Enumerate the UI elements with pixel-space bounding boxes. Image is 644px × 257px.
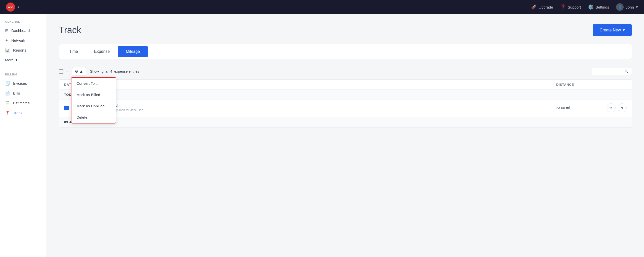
bills-icon: 📄 [5, 91, 10, 96]
network-icon: ✦ [5, 38, 8, 43]
section-today: TODAY [59, 90, 632, 100]
track-icon: 📍 [5, 110, 10, 115]
row-sub: by John for Jane Doe [114, 108, 556, 112]
main-layout: GENERAL ⊞ Dashboard ✦ Network 📊 Reports … [0, 14, 644, 257]
row-actions: ✏ 🗑 [607, 103, 627, 112]
sidebar-item-bills[interactable]: 📄 Bills [0, 88, 47, 98]
sidebar-divider [0, 69, 47, 69]
estimates-icon: 📋 [5, 101, 10, 105]
table-header: Date Distance [59, 80, 632, 90]
row-distance: 23.00 mi [556, 106, 607, 110]
search-input[interactable] [595, 69, 622, 73]
sidebar-item-dashboard[interactable]: ⊞ Dashboard [0, 26, 47, 35]
search-icon: 🔍 [624, 69, 629, 73]
sidebar-more-button[interactable]: More ▾ [0, 55, 47, 65]
dropdown-item-convert[interactable]: Convert To... [71, 78, 116, 89]
row-name: Site [114, 104, 556, 108]
select-all-checkbox[interactable] [59, 69, 63, 74]
search-box[interactable]: 🔍 [592, 68, 632, 75]
avatar: 👤 [616, 3, 624, 11]
general-section-label: GENERAL [0, 20, 47, 26]
actions-gear-button[interactable]: ⚙ ▲ [72, 67, 86, 75]
row-checkbox-checked[interactable]: ✓ [64, 106, 69, 110]
sidebar: GENERAL ⊞ Dashboard ✦ Network 📊 Reports … [0, 14, 47, 257]
top-navigation: and ▾ 🚀 Upgrade ❓ Support ⚙️ Settings 👤 … [0, 0, 644, 14]
toolbar-left: ▾ ⚙ ▲ Showing all 4 expense entries Conv… [59, 67, 139, 75]
dashboard-icon: ⊞ [5, 28, 8, 33]
create-new-button[interactable]: Create New ▾ [593, 24, 632, 36]
section-09jun: 09 JUN [59, 117, 632, 127]
logo-chevron-icon: ▾ [18, 5, 19, 9]
select-dropdown-arrow[interactable]: ▾ [64, 68, 70, 75]
settings-button[interactable]: ⚙️ Settings [588, 4, 609, 10]
top-nav-right: 🚀 Upgrade ❓ Support ⚙️ Settings 👤 John ▾ [531, 3, 638, 11]
more-chevron-icon: ▾ [16, 58, 18, 62]
status-text: Showing all 4 expense entries [90, 69, 139, 73]
sidebar-item-network[interactable]: ✦ Network [0, 35, 47, 45]
action-dropdown: Convert To... Mark as Billed Mark as Unb… [71, 77, 116, 123]
delete-button[interactable]: 🗑 [618, 103, 627, 112]
edit-button[interactable]: ✏ [607, 103, 616, 112]
rocket-icon: 🚀 [531, 4, 537, 10]
actions-gear-icon: ⚙ [75, 69, 78, 74]
page-header: Track Create New ▾ [59, 24, 632, 36]
table: Date Distance TODAY ✓ Site by John for J… [59, 79, 632, 127]
logo[interactable]: and [6, 3, 15, 12]
user-chevron-icon: ▾ [636, 5, 638, 9]
table-row: ✓ Site by John for Jane Doe 23.00 mi ✏ 🗑 [59, 100, 632, 116]
dropdown-item-mark-billed[interactable]: Mark as Billed [71, 89, 116, 100]
support-button[interactable]: ❓ Support [560, 4, 581, 10]
logo-area: and ▾ [6, 3, 19, 12]
toolbar: ▾ ⚙ ▲ Showing all 4 expense entries Conv… [59, 67, 632, 75]
tab-mileage[interactable]: Mileage [118, 46, 148, 57]
dropdown-item-mark-unbilled[interactable]: Mark as Unbilled [71, 100, 116, 112]
select-all-dropdown: ▾ [59, 68, 70, 75]
help-icon: ❓ [560, 4, 566, 10]
create-chevron-icon: ▾ [623, 28, 625, 32]
tab-expense[interactable]: Expense [86, 46, 118, 57]
actions-arrow-icon: ▲ [79, 69, 83, 74]
tabs-container: Time Expense Mileage [59, 44, 632, 59]
gear-icon: ⚙️ [588, 4, 593, 10]
main-content: Track Create New ▾ Time Expense Mileage … [47, 14, 644, 257]
col-actions [607, 83, 627, 87]
col-distance: Distance [556, 83, 607, 87]
upgrade-button[interactable]: 🚀 Upgrade [531, 4, 553, 10]
reports-icon: 📊 [5, 48, 10, 53]
col-name [114, 83, 556, 87]
sidebar-item-track[interactable]: 📍 Track [0, 108, 47, 118]
billing-section-label: BILLING [0, 73, 47, 78]
invoices-icon: 🧾 [5, 81, 10, 86]
user-menu[interactable]: 👤 John ▾ [616, 3, 638, 11]
sidebar-item-reports[interactable]: 📊 Reports [0, 45, 47, 55]
sidebar-item-estimates[interactable]: 📋 Estimates [0, 98, 47, 108]
tab-time[interactable]: Time [61, 46, 86, 57]
dropdown-item-delete[interactable]: Delete [71, 112, 116, 123]
sidebar-item-invoices[interactable]: 🧾 Invoices [0, 78, 47, 88]
row-name-col: Site by John for Jane Doe [114, 104, 556, 112]
page-title: Track [59, 25, 81, 35]
